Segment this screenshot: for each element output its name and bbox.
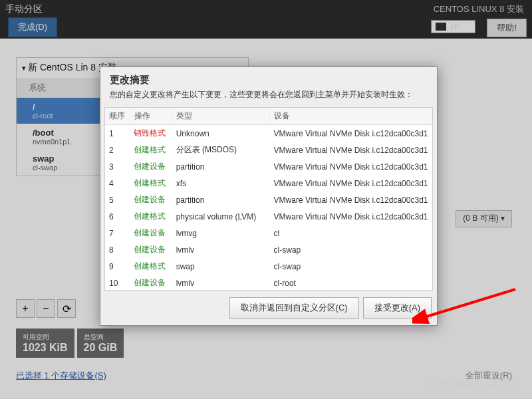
table-row[interactable]: 8创建设备lvmlvcl-swap — [105, 241, 432, 258]
cancel-button[interactable]: 取消并返回到自定义分区(C) — [229, 297, 359, 319]
accept-button[interactable]: 接受更改(A) — [363, 297, 432, 319]
summary-dialog: 更改摘要 您的自定义更改将产生以下变更，这些变更将会在您返回到主菜单并开始安装时… — [100, 66, 438, 326]
changes-table: 顺序 操作 类型 设备 1销毁格式UnknownVMware Virtual N… — [104, 107, 433, 291]
table-row[interactable]: 9创建格式swapcl-swap — [105, 258, 432, 275]
watermark: CSDN @陈总攻的小受 — [426, 378, 520, 390]
table-row[interactable]: 5创建设备partitionVMware Virtual NVMe Disk i… — [105, 192, 432, 208]
dialog-message: 您的自定义更改将产生以下变更，这些变更将会在您返回到主菜单并开始安装时生效： — [100, 89, 437, 107]
col-action[interactable]: 操作 — [130, 108, 172, 125]
table-row[interactable]: 10创建设备lvmlvcl-root — [105, 275, 432, 291]
table-row[interactable]: 7创建设备lvmvgcl — [105, 225, 432, 241]
col-device[interactable]: 设备 — [270, 108, 432, 125]
dialog-buttons: 取消并返回到自定义分区(C) 接受更改(A) — [100, 291, 437, 325]
table-row[interactable]: 1销毁格式UnknownVMware Virtual NVMe Disk i.c… — [105, 125, 432, 142]
col-type[interactable]: 类型 — [172, 108, 270, 125]
table-row[interactable]: 2创建格式分区表 (MSDOS)VMware Virtual NVMe Disk… — [105, 142, 432, 158]
table-row[interactable]: 3创建设备partitionVMware Virtual NVMe Disk i… — [105, 158, 432, 175]
col-order[interactable]: 顺序 — [105, 108, 130, 125]
table-row[interactable]: 4创建格式xfsVMware Virtual NVMe Disk i.c12dc… — [105, 175, 432, 192]
table-row[interactable]: 6创建格式physical volume (LVM)VMware Virtual… — [105, 208, 432, 225]
dialog-title: 更改摘要 — [100, 67, 437, 89]
